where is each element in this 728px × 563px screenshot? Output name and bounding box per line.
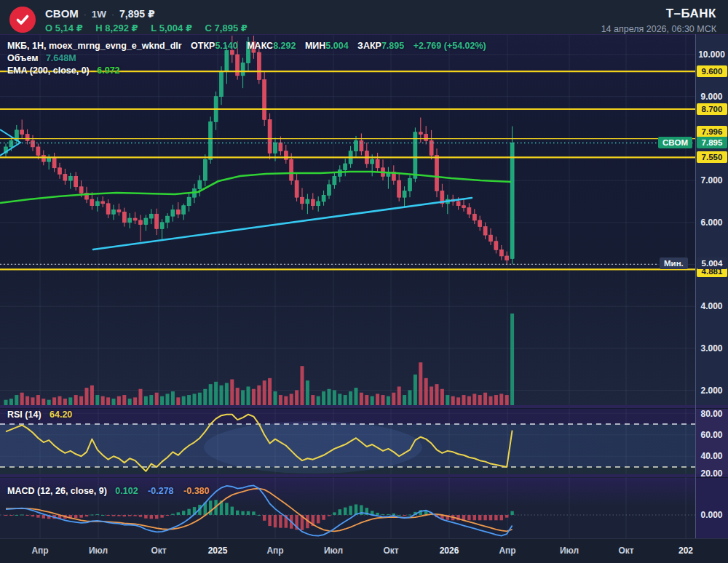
volume-bar bbox=[214, 382, 218, 406]
macd-histogram-bar bbox=[225, 503, 228, 515]
ema-label: EMA (200, close, 0) bbox=[7, 65, 90, 76]
candle-body bbox=[31, 140, 35, 147]
candle-body bbox=[424, 135, 428, 141]
macd-histogram-bar bbox=[392, 514, 395, 515]
macd-histogram-bar bbox=[106, 515, 109, 516]
symbol-price-flag: CBOM bbox=[658, 137, 692, 148]
chart-canvas[interactable] bbox=[0, 0, 728, 563]
candle-body bbox=[328, 185, 331, 195]
last-price: 7,895 ₽ bbox=[119, 8, 155, 20]
rsi-scale-label: 40.00 bbox=[695, 451, 728, 461]
macd-histogram-bar bbox=[187, 509, 190, 515]
macd-histogram-bar bbox=[96, 514, 99, 515]
volume-bar bbox=[31, 397, 35, 406]
candle-body bbox=[311, 199, 314, 206]
candle-body bbox=[95, 201, 99, 206]
volume-bar bbox=[20, 393, 24, 406]
macd-histogram-bar bbox=[500, 515, 503, 520]
volume-bar bbox=[230, 379, 234, 406]
volume-bar bbox=[106, 397, 110, 406]
ema-indicator-row[interactable]: EMA (200, close, 0) 6.972 bbox=[7, 65, 120, 76]
candle-body bbox=[52, 157, 56, 167]
close-legend-value: 7.895 bbox=[381, 41, 404, 51]
volume-bar bbox=[494, 395, 498, 406]
volume-bar bbox=[472, 394, 476, 406]
volume-bar bbox=[355, 388, 358, 406]
ema-value: 6.972 bbox=[97, 65, 119, 76]
candle-body bbox=[494, 241, 498, 250]
open-legend-value: 5.140 bbox=[215, 41, 237, 51]
volume-bar bbox=[451, 396, 455, 406]
volume-bar bbox=[117, 396, 121, 406]
candle-body bbox=[295, 180, 298, 197]
rsi-indicator-row[interactable]: RSI (14) 64.20 bbox=[7, 410, 72, 420]
pane-separator-rsi bbox=[0, 405, 728, 408]
candle-body bbox=[230, 50, 234, 55]
open-value: 5,14 ₽ bbox=[55, 23, 83, 33]
dot-separator: · bbox=[84, 9, 87, 20]
volume-bar bbox=[149, 395, 153, 406]
candle-body bbox=[403, 191, 406, 198]
volume-bar bbox=[52, 397, 56, 406]
candle-body bbox=[279, 143, 282, 151]
macd-histogram-bar bbox=[328, 515, 331, 516]
volume-bar bbox=[279, 395, 282, 406]
candle-body bbox=[133, 218, 137, 220]
macd-axis-background[interactable] bbox=[695, 478, 728, 538]
macd-histogram-bar bbox=[166, 515, 169, 516]
close-label: C bbox=[205, 23, 212, 33]
macd-histogram-bar bbox=[376, 513, 379, 515]
volume-bar bbox=[122, 395, 126, 406]
price-label: 2.000 bbox=[695, 386, 728, 396]
macd-hist-value: 0.102 bbox=[115, 486, 138, 496]
candle-body bbox=[306, 199, 309, 204]
time-label-month: Апр bbox=[266, 546, 283, 556]
volume-label: Объем bbox=[7, 53, 38, 63]
candle-body bbox=[160, 223, 164, 229]
volume-bar bbox=[160, 396, 164, 406]
candle-body bbox=[467, 208, 471, 215]
volume-indicator-row[interactable]: Объем 7.648M bbox=[7, 53, 76, 63]
macd-histogram-bar bbox=[155, 515, 158, 519]
volume-bar bbox=[440, 389, 444, 406]
volume-bar bbox=[171, 391, 175, 406]
volume-bar bbox=[467, 396, 471, 406]
candle-body bbox=[290, 159, 293, 180]
volume-bar bbox=[15, 395, 18, 406]
time-label-month: Окт bbox=[618, 546, 633, 556]
macd-histogram-bar bbox=[258, 515, 261, 516]
macd-histogram-bar bbox=[473, 515, 476, 520]
volume-bar bbox=[435, 384, 439, 406]
candle-body bbox=[301, 197, 304, 204]
candle-body bbox=[419, 132, 422, 135]
rsi-scale-label: 20.00 bbox=[695, 468, 728, 479]
chart-legend-row[interactable]: МКБ, 1Н, moex_mrng_evng_e_wknd_dlr ОТКР5… bbox=[7, 41, 486, 51]
candle-body bbox=[63, 174, 67, 180]
volume-bar bbox=[317, 396, 320, 406]
candle-body bbox=[117, 209, 121, 212]
candle-body bbox=[20, 130, 24, 135]
datetime-label: 14 апреля 2026, 06:30 МСК bbox=[601, 24, 716, 34]
candle-body bbox=[376, 159, 379, 168]
candle-body bbox=[241, 63, 245, 76]
macd-histogram-bar bbox=[31, 515, 34, 516]
macd-histogram-bar bbox=[247, 511, 250, 515]
candle-body bbox=[284, 151, 288, 160]
instrument-logo[interactable] bbox=[9, 7, 36, 33]
candle-body bbox=[220, 71, 223, 97]
volume-bar bbox=[176, 397, 180, 406]
volume-bar bbox=[311, 395, 314, 406]
macd-indicator-row[interactable]: MACD (12, 26, close, 9) 0.102 -0.278 -0.… bbox=[7, 486, 210, 496]
interval-label[interactable]: 1W bbox=[92, 9, 106, 20]
candle-body bbox=[489, 235, 493, 241]
pane-separator-macd bbox=[0, 474, 728, 477]
instrument-title-row[interactable]: CBOM·1W·7,895 ₽ bbox=[45, 7, 155, 20]
volume-bar bbox=[193, 394, 197, 406]
bank-watermark: Т–БАНК 14 апреля 2026, 06:30 МСК bbox=[601, 7, 716, 34]
time-label-month: Апр bbox=[499, 546, 515, 556]
volume-bar bbox=[295, 390, 298, 406]
macd-histogram-bar bbox=[381, 514, 384, 515]
candle-body bbox=[456, 201, 460, 206]
mkb-bank-icon bbox=[15, 12, 31, 28]
volume-bar bbox=[462, 395, 466, 406]
